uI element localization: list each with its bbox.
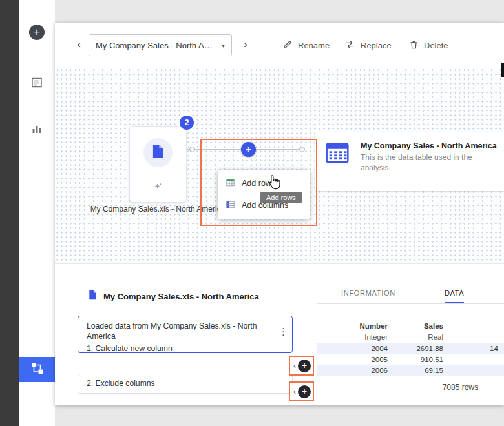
detail-tabs: INFORMATION DATA [317,282,504,304]
cell-extra: 14 [443,343,504,354]
cell-number: 2004 [317,343,388,354]
replace-label: Replace [361,41,392,50]
insert-step-highlight-2: ‹ + [289,381,314,401]
table-icon [324,140,350,183]
column-name-sales: Sales [388,321,443,332]
data-canvas-icon [30,361,45,379]
connector-port-right [299,147,305,152]
insert-chevron-icon-2: ‹ [293,388,296,396]
cell-number: 2005 [317,354,388,365]
transformation-count-badge: 2 [180,116,194,130]
pages-button[interactable] [30,76,43,89]
add-rows-icon [226,178,235,189]
data-table-selector[interactable]: My Company Sales - North America ▾ [89,34,232,56]
table-row: 2004 2691.88 14 [317,343,504,354]
menu-item-add-rows[interactable]: Add rows [218,172,310,194]
hand-cursor-icon [266,174,280,193]
pencil-icon [282,39,293,52]
source-title: My Company Sales.xls - North America [103,292,259,301]
data-canvas-button[interactable] [19,357,55,382]
column-name-clipped [443,321,504,332]
cell-sales: 2691.88 [388,343,443,354]
source-icon-circle [143,138,173,167]
document-icon-small [89,290,97,303]
column-type-real: Real [388,332,443,343]
data-canvas-window: ‹ My Company Sales - North America ▾ › R… [55,23,504,405]
column-type-clipped [443,332,504,343]
table-node-title: My Company Sales - North America [361,141,497,150]
cell-extra [443,354,504,365]
transformation-group-box[interactable]: Loaded data from My Company Sales.xls - … [78,316,293,353]
table-row: 2005 910.51 [317,354,504,365]
bar-chart-icon [30,126,43,137]
delete-button[interactable]: Delete [409,39,448,52]
table-row: 2006 69.15 [317,365,504,376]
app-screen: + [0,0,504,426]
tab-information[interactable]: INFORMATION [341,289,395,303]
data-table-node[interactable]: My Company Sales - North America This is… [315,132,504,191]
tab-data[interactable]: DATA [445,289,465,303]
caret-down-icon: ▾ [222,42,225,49]
app-dark-rail [0,0,19,426]
pages-icon [30,80,43,91]
data-flow-canvas[interactable]: My Company Sales.xls - North America [55,68,504,263]
selected-table-name: My Company Sales - North America [96,41,218,50]
add-content-button[interactable]: + [29,25,45,40]
scroll-notch [501,63,504,77]
visualizations-button[interactable] [30,122,43,135]
cell-number: 2006 [317,365,388,376]
source-file-node[interactable]: 2 [129,126,187,203]
data-preview-table: Number Sales Integer Real 2004 2691.88 1… [317,321,504,376]
cell-sales: 69.15 [388,365,443,376]
trash-icon [409,39,419,52]
step-calculate-new-column: 1. Calculate new column [87,343,271,354]
column-type-integer: Integer [317,332,388,343]
table-header-row: Number Sales [317,321,504,332]
table-node-description: This is the data table used in the analy… [361,153,487,173]
source-header: My Company Sales.xls - North America [89,290,259,303]
sparkle-icon [152,182,163,194]
insert-chevron-icon-1: ‹ [293,362,296,370]
add-step-button-1[interactable]: + [298,360,311,372]
column-name-number: Number [317,321,388,332]
add-columns-icon [226,200,235,211]
rename-button[interactable]: Rename [282,39,330,52]
loaded-data-summary: Loaded data from My Company Sales.xls - … [87,321,271,342]
table-type-row: Integer Real [317,332,504,343]
connector-port-left [189,147,195,152]
swap-icon [344,39,355,52]
canvas-toolbar: ‹ My Company Sales - North America ▾ › R… [55,23,504,68]
insert-transformation-button[interactable]: + [241,142,256,157]
rename-label: Rename [298,41,330,50]
add-rows-tooltip: Add rows [260,192,302,203]
insert-step-highlight-1: ‹ + [289,356,314,376]
row-count: 7085 rows [317,383,504,392]
kebab-menu-icon[interactable]: ⋮ [278,327,288,336]
delete-label: Delete [424,41,448,50]
transformation-group-text: Loaded data from My Company Sales.xls - … [78,316,292,358]
step-exclude-columns[interactable]: 2. Exclude columns [78,374,293,394]
details-panel: My Company Sales.xls - North America Loa… [55,263,504,405]
add-step-button-2[interactable]: + [298,385,311,398]
cell-extra [443,365,504,376]
replace-button[interactable]: Replace [344,39,392,52]
next-table-button[interactable]: › [240,38,251,51]
left-sidebar: + [19,0,55,426]
previous-table-button[interactable]: ‹ [73,38,85,51]
cell-sales: 910.51 [388,354,443,365]
document-icon [152,144,164,161]
